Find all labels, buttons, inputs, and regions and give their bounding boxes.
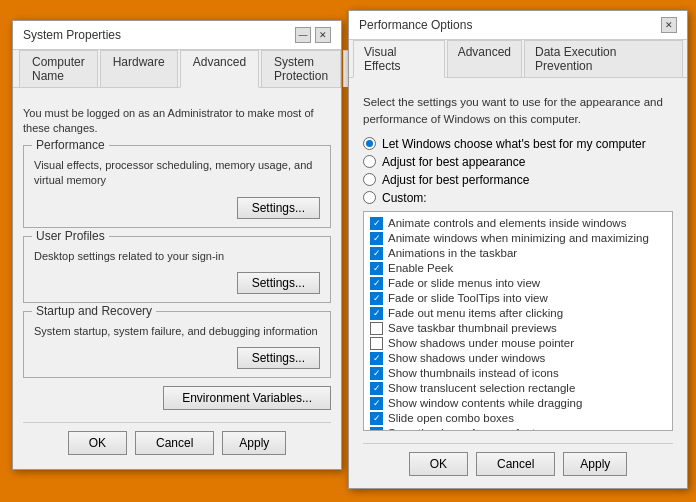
checkbox-box-7: [370, 322, 383, 335]
checkbox-box-12: [370, 397, 383, 410]
tab-hardware[interactable]: Hardware: [100, 50, 178, 87]
radio-custom-label: Custom:: [382, 191, 427, 205]
checkbox-item-2[interactable]: Animations in the taskbar: [368, 246, 668, 261]
checkbox-item-12[interactable]: Show window contents while dragging: [368, 396, 668, 411]
radio-let-windows-label: Let Windows choose what's best for my co…: [382, 137, 646, 151]
perf-title-bar-buttons: ✕: [661, 17, 677, 33]
checkbox-label-11: Show translucent selection rectangle: [388, 382, 575, 394]
radio-custom-circle: [363, 191, 376, 204]
checkbox-item-3[interactable]: Enable Peek: [368, 261, 668, 276]
system-properties-bottom-buttons: OK Cancel Apply: [23, 422, 331, 459]
performance-radio-group: Let Windows choose what's best for my co…: [363, 137, 673, 205]
checkbox-label-8: Show shadows under mouse pointer: [388, 337, 574, 349]
minimize-button[interactable]: —: [295, 27, 311, 43]
checkbox-box-5: [370, 292, 383, 305]
user-profiles-settings-button[interactable]: Settings...: [237, 272, 320, 294]
checkbox-item-14[interactable]: Smooth edges of screen fonts: [368, 426, 668, 431]
checkbox-item-4[interactable]: Fade or slide menus into view: [368, 276, 668, 291]
performance-description: Select the settings you want to use for …: [363, 94, 673, 129]
environment-variables-button[interactable]: Environment Variables...: [163, 386, 331, 410]
tab-visual-effects[interactable]: Visual Effects: [353, 40, 445, 78]
perf-cancel-button[interactable]: Cancel: [476, 452, 555, 476]
checkbox-box-10: [370, 367, 383, 380]
checkbox-label-13: Slide open combo boxes: [388, 412, 514, 424]
perf-apply-button[interactable]: Apply: [563, 452, 627, 476]
close-button[interactable]: ✕: [315, 27, 331, 43]
checkbox-list: Animate controls and elements inside win…: [363, 211, 673, 431]
performance-description: Visual effects, processor scheduling, me…: [34, 158, 320, 189]
radio-best-appearance-circle: [363, 155, 376, 168]
checkbox-box-14: [370, 427, 383, 431]
performance-options-window: Performance Options ✕ Visual Effects Adv…: [348, 10, 688, 489]
checkbox-box-4: [370, 277, 383, 290]
performance-settings-button[interactable]: Settings...: [237, 197, 320, 219]
checkbox-item-7[interactable]: Save taskbar thumbnail previews: [368, 321, 668, 336]
radio-best-performance-label: Adjust for best performance: [382, 173, 529, 187]
checkbox-box-0: [370, 217, 383, 230]
checkbox-box-1: [370, 232, 383, 245]
startup-recovery-group: Startup and Recovery System startup, sys…: [23, 311, 331, 378]
radio-best-appearance[interactable]: Adjust for best appearance: [363, 155, 673, 169]
tab-computer-name[interactable]: Computer Name: [19, 50, 98, 87]
checkbox-label-5: Fade or slide ToolTips into view: [388, 292, 548, 304]
system-properties-window: System Properties — ✕ Computer Name Hard…: [12, 20, 342, 470]
radio-best-appearance-label: Adjust for best appearance: [382, 155, 525, 169]
startup-recovery-description: System startup, system failure, and debu…: [34, 324, 320, 339]
radio-custom[interactable]: Custom:: [363, 191, 673, 205]
startup-recovery-group-title: Startup and Recovery: [32, 304, 156, 318]
perf-close-button[interactable]: ✕: [661, 17, 677, 33]
tab-system-protection[interactable]: System Protection: [261, 50, 341, 87]
performance-group: Performance Visual effects, processor sc…: [23, 145, 331, 228]
checkbox-item-1[interactable]: Animate windows when minimizing and maxi…: [368, 231, 668, 246]
checkbox-item-0[interactable]: Animate controls and elements inside win…: [368, 216, 668, 231]
checkbox-box-9: [370, 352, 383, 365]
checkbox-label-14: Smooth edges of screen fonts: [388, 427, 541, 431]
checkbox-item-6[interactable]: Fade out menu items after clicking: [368, 306, 668, 321]
checkbox-box-6: [370, 307, 383, 320]
checkbox-label-1: Animate windows when minimizing and maxi…: [388, 232, 649, 244]
checkbox-box-3: [370, 262, 383, 275]
checkbox-box-2: [370, 247, 383, 260]
sys-apply-button[interactable]: Apply: [222, 431, 286, 455]
sys-ok-button[interactable]: OK: [68, 431, 127, 455]
checkbox-item-13[interactable]: Slide open combo boxes: [368, 411, 668, 426]
system-properties-tab-bar: Computer Name Hardware Advanced System P…: [13, 50, 341, 88]
perf-ok-button[interactable]: OK: [409, 452, 468, 476]
performance-options-bottom-buttons: OK Cancel Apply: [363, 443, 673, 480]
checkbox-label-9: Show shadows under windows: [388, 352, 545, 364]
sys-cancel-button[interactable]: Cancel: [135, 431, 214, 455]
checkbox-item-10[interactable]: Show thumbnails instead of icons: [368, 366, 668, 381]
checkbox-label-3: Enable Peek: [388, 262, 453, 274]
radio-let-windows-circle: [363, 137, 376, 150]
radio-let-windows[interactable]: Let Windows choose what's best for my co…: [363, 137, 673, 151]
tab-advanced[interactable]: Advanced: [180, 50, 259, 88]
system-properties-title-bar: System Properties — ✕: [13, 21, 341, 50]
user-profiles-group: User Profiles Desktop settings related t…: [23, 236, 331, 303]
performance-options-title-bar: Performance Options ✕: [349, 11, 687, 40]
checkbox-box-11: [370, 382, 383, 395]
tab-advanced-perf[interactable]: Advanced: [447, 40, 522, 77]
checkbox-item-5[interactable]: Fade or slide ToolTips into view: [368, 291, 668, 306]
system-properties-title: System Properties: [23, 28, 121, 42]
checkbox-box-8: [370, 337, 383, 350]
checkbox-label-6: Fade out menu items after clicking: [388, 307, 563, 319]
checkbox-label-10: Show thumbnails instead of icons: [388, 367, 559, 379]
user-profiles-description: Desktop settings related to your sign-in: [34, 249, 320, 264]
radio-best-performance[interactable]: Adjust for best performance: [363, 173, 673, 187]
checkbox-item-8[interactable]: Show shadows under mouse pointer: [368, 336, 668, 351]
checkbox-item-11[interactable]: Show translucent selection rectangle: [368, 381, 668, 396]
title-bar-buttons: — ✕: [295, 27, 331, 43]
checkbox-item-9[interactable]: Show shadows under windows: [368, 351, 668, 366]
checkbox-label-2: Animations in the taskbar: [388, 247, 517, 259]
radio-best-performance-circle: [363, 173, 376, 186]
startup-recovery-settings-button[interactable]: Settings...: [237, 347, 320, 369]
performance-options-title: Performance Options: [359, 18, 472, 32]
user-profiles-group-title: User Profiles: [32, 229, 109, 243]
checkbox-label-4: Fade or slide menus into view: [388, 277, 540, 289]
admin-notice: You must be logged on as an Administrato…: [23, 106, 331, 137]
checkbox-label-0: Animate controls and elements inside win…: [388, 217, 626, 229]
checkbox-box-13: [370, 412, 383, 425]
tab-data-execution[interactable]: Data Execution Prevention: [524, 40, 683, 77]
performance-tab-bar: Visual Effects Advanced Data Execution P…: [349, 40, 687, 78]
performance-group-title: Performance: [32, 138, 109, 152]
